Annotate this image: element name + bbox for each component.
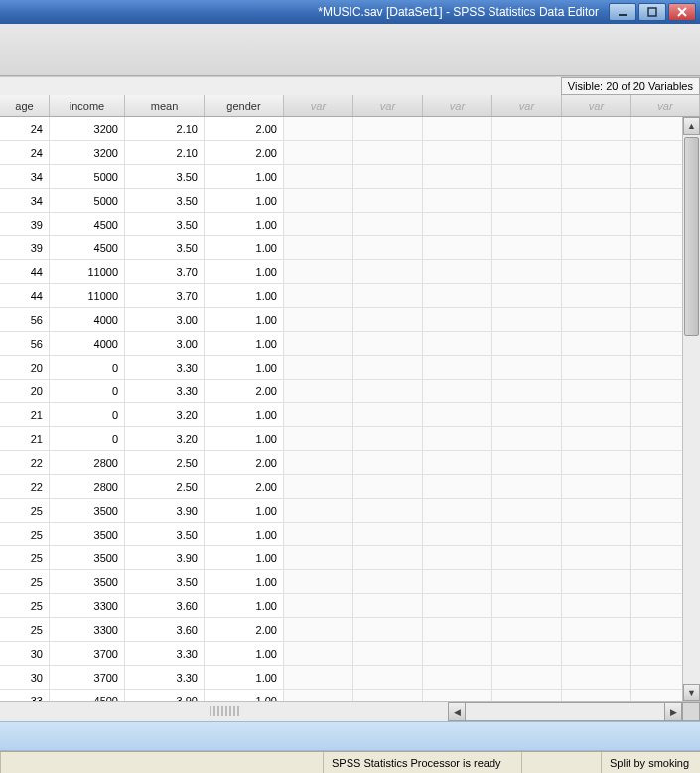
table-row[interactable]: 2103.201.00 [0,427,700,451]
cell-gender[interactable]: 1.00 [205,403,284,427]
cell-mean[interactable]: 2.10 [125,141,205,165]
cell-empty[interactable] [492,451,562,475]
cell-empty[interactable] [562,642,631,666]
table-row[interactable]: 2533003.601.00 [0,594,700,618]
cell-empty[interactable] [423,236,492,260]
cell-gender[interactable]: 1.00 [205,546,284,570]
cell-empty[interactable] [353,546,423,570]
cell-empty[interactable] [423,594,492,618]
cell-empty[interactable] [423,117,492,141]
cell-age[interactable]: 20 [0,356,50,380]
cell-age[interactable]: 56 [0,308,50,332]
cell-empty[interactable] [492,499,562,523]
table-row[interactable]: 2432002.102.00 [0,141,700,165]
cell-empty[interactable] [562,308,631,332]
cell-income[interactable]: 0 [50,356,125,380]
cell-empty[interactable] [423,308,492,332]
scroll-thumb[interactable] [684,137,699,336]
cell-empty[interactable] [284,475,353,499]
table-row[interactable]: 44110003.701.00 [0,284,700,308]
cell-mean[interactable]: 2.50 [125,451,205,475]
cell-empty[interactable] [492,284,562,308]
cell-income[interactable]: 4000 [50,308,125,332]
cell-mean[interactable]: 3.70 [125,284,205,308]
cell-empty[interactable] [353,690,423,701]
cell-empty[interactable] [353,570,423,594]
cell-empty[interactable] [284,499,353,523]
cell-empty[interactable] [562,690,631,701]
cell-empty[interactable] [353,499,423,523]
cell-income[interactable]: 3500 [50,570,125,594]
table-row[interactable]: 2432002.102.00 [0,117,700,141]
table-row[interactable]: 2535003.901.00 [0,546,700,570]
header-var[interactable]: var [492,95,562,116]
cell-mean[interactable]: 3.30 [125,666,205,690]
cell-age[interactable]: 33 [0,690,50,701]
cell-empty[interactable] [423,380,492,403]
cell-income[interactable]: 3700 [50,642,125,666]
table-row[interactable]: 3945003.501.00 [0,236,700,260]
cell-empty[interactable] [492,546,562,570]
cell-empty[interactable] [492,308,562,332]
cell-empty[interactable] [353,213,423,236]
header-gender[interactable]: gender [205,95,284,116]
scroll-down-arrow[interactable]: ▼ [683,684,700,701]
cell-empty[interactable] [284,380,353,403]
table-row[interactable]: 2533003.602.00 [0,618,700,642]
cell-gender[interactable]: 1.00 [205,690,284,701]
cell-age[interactable]: 25 [0,499,50,523]
cell-mean[interactable]: 3.30 [125,642,205,666]
cell-income[interactable]: 5000 [50,165,125,189]
cell-age[interactable]: 39 [0,236,50,260]
cell-gender[interactable]: 1.00 [205,260,284,284]
header-var[interactable]: var [353,95,423,116]
scroll-up-arrow[interactable]: ▲ [683,117,700,135]
cell-gender[interactable]: 2.00 [205,451,284,475]
cell-age[interactable]: 24 [0,117,50,141]
cell-income[interactable]: 0 [50,380,125,403]
table-row[interactable]: 5640003.001.00 [0,332,700,356]
cell-age[interactable]: 24 [0,141,50,165]
cell-mean[interactable]: 3.90 [125,499,205,523]
cell-age[interactable]: 25 [0,570,50,594]
cell-empty[interactable] [492,213,562,236]
scroll-left-arrow[interactable]: ◀ [448,702,466,721]
cell-empty[interactable] [353,284,423,308]
cell-empty[interactable] [423,642,492,666]
cell-empty[interactable] [353,451,423,475]
header-var[interactable]: var [562,95,631,116]
cell-empty[interactable] [562,618,631,642]
cell-empty[interactable] [423,189,492,213]
cell-age[interactable]: 34 [0,165,50,189]
cell-empty[interactable] [492,260,562,284]
cell-mean[interactable]: 3.90 [125,690,205,701]
cell-empty[interactable] [353,236,423,260]
cell-income[interactable]: 4500 [50,690,125,701]
cell-income[interactable]: 0 [50,403,125,427]
cell-mean[interactable]: 3.70 [125,260,205,284]
cell-empty[interactable] [353,594,423,618]
cell-gender[interactable]: 1.00 [205,427,284,451]
cell-empty[interactable] [492,523,562,546]
cell-empty[interactable] [284,666,353,690]
cell-age[interactable]: 21 [0,403,50,427]
cell-gender[interactable]: 1.00 [205,666,284,690]
cell-age[interactable]: 30 [0,666,50,690]
cell-empty[interactable] [562,117,631,141]
cell-income[interactable]: 3200 [50,117,125,141]
cell-income[interactable]: 3700 [50,666,125,690]
cell-empty[interactable] [353,403,423,427]
cell-empty[interactable] [423,260,492,284]
cell-empty[interactable] [492,117,562,141]
cell-mean[interactable]: 3.00 [125,308,205,332]
cell-age[interactable]: 25 [0,618,50,642]
cell-empty[interactable] [353,356,423,380]
cell-empty[interactable] [423,475,492,499]
table-row[interactable]: 3450003.501.00 [0,165,700,189]
cell-empty[interactable] [562,499,631,523]
cell-empty[interactable] [423,403,492,427]
cell-age[interactable]: 21 [0,427,50,451]
cell-age[interactable]: 25 [0,523,50,546]
cell-mean[interactable]: 3.50 [125,236,205,260]
table-row[interactable]: 2535003.501.00 [0,570,700,594]
